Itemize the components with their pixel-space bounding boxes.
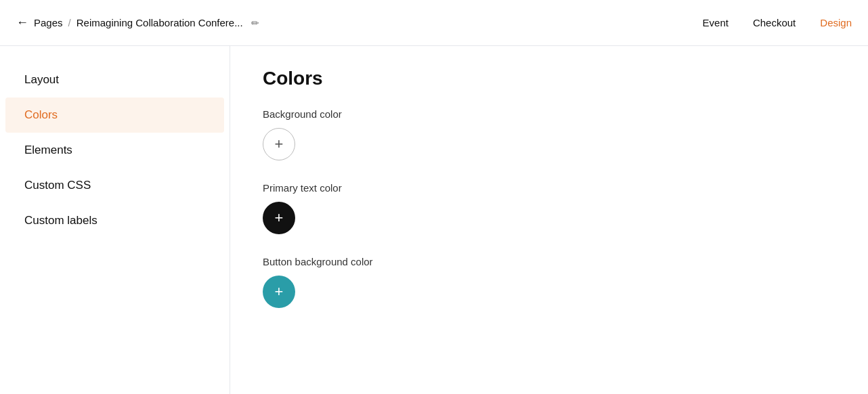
primary-text-color-picker[interactable]: + (263, 202, 295, 234)
nav-design[interactable]: Design (820, 17, 852, 28)
primary-text-color-label: Primary text color (263, 182, 836, 194)
button-bg-color-section: Button background color + (263, 256, 836, 308)
sidebar-item-custom-labels[interactable]: Custom labels (5, 203, 224, 238)
button-bg-color-label: Button background color (263, 256, 836, 267)
page-title: Colors (263, 68, 836, 89)
breadcrumb-separator: / (68, 17, 71, 28)
header: ← Pages / Reimagining Collaboration Conf… (0, 0, 868, 46)
button-bg-color-picker[interactable]: + (263, 276, 295, 308)
breadcrumb-title: Reimagining Collaboration Confere... (77, 17, 243, 28)
sidebar-item-colors[interactable]: Colors (5, 97, 224, 133)
background-color-picker[interactable]: + (263, 128, 295, 160)
primary-text-color-section: Primary text color + (263, 182, 836, 234)
header-left: ← Pages / Reimagining Collaboration Conf… (16, 16, 703, 30)
back-arrow[interactable]: ← (16, 16, 28, 30)
header-nav: Event Checkout Design (703, 17, 852, 28)
nav-event[interactable]: Event (703, 17, 729, 28)
main-layout: Layout Colors Elements Custom CSS Custom… (0, 46, 868, 394)
edit-icon[interactable]: ✏ (251, 18, 259, 28)
content-area: Colors Background color + Primary text c… (230, 46, 868, 394)
sidebar-item-elements[interactable]: Elements (5, 133, 224, 168)
sidebar-item-custom-css[interactable]: Custom CSS (5, 168, 224, 203)
sidebar-item-layout[interactable]: Layout (5, 62, 224, 97)
nav-checkout[interactable]: Checkout (753, 17, 796, 28)
background-color-label: Background color (263, 108, 836, 120)
background-color-section: Background color + (263, 108, 836, 160)
sidebar: Layout Colors Elements Custom CSS Custom… (0, 46, 230, 394)
breadcrumb-pages[interactable]: Pages (34, 17, 63, 28)
